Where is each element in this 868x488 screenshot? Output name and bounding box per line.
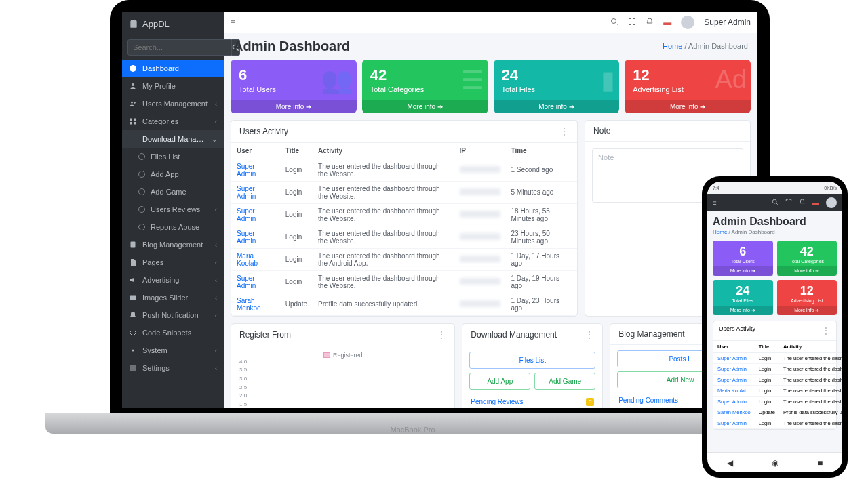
back-button[interactable]: ◀: [727, 458, 733, 468]
more-info-link[interactable]: More info ➔: [625, 100, 751, 113]
home-button[interactable]: ◉: [772, 458, 778, 468]
search-icon[interactable]: [772, 199, 778, 207]
sidebar-item-code[interactable]: Code Snippets: [122, 324, 224, 342]
user-link[interactable]: Super Admin: [717, 355, 747, 361]
grid-icon: [129, 117, 137, 125]
laptop-screen: AppDL Dashboard My Profile Users Managem…: [110, 0, 770, 420]
sidebar-subitem-addapp[interactable]: Add App: [122, 165, 224, 183]
avatar[interactable]: [681, 16, 694, 29]
user-link[interactable]: Super Admin: [237, 274, 256, 289]
card-total-users[interactable]: 6 Total Users 👥 More info ➔: [231, 60, 357, 113]
user-link[interactable]: Super Admin: [237, 230, 256, 245]
code-icon: [129, 329, 137, 337]
search-input[interactable]: [127, 39, 232, 56]
user-link[interactable]: Super Admin: [717, 399, 747, 405]
user-link[interactable]: Super Admin: [237, 207, 256, 222]
panel-title: Users Activity: [239, 127, 288, 136]
sidebar-item-settings[interactable]: Settings‹: [122, 359, 224, 377]
menu-toggle-button[interactable]: ≡: [713, 199, 717, 207]
user-link[interactable]: Super Admin: [237, 185, 256, 200]
table-row: Maria KoolabLoginThe user entered the da…: [713, 386, 842, 396]
user-link[interactable]: Maria Koolab: [237, 252, 258, 267]
sidebar-item-users[interactable]: Users Management‹: [122, 95, 224, 113]
menu-toggle-button[interactable]: ≡: [231, 18, 235, 27]
card-total-categories[interactable]: 42 Total Categories ☰ More info ➔: [362, 60, 488, 113]
more-info-link[interactable]: More info ➔: [777, 306, 837, 315]
sidebar-search: [127, 39, 218, 56]
panel-menu-icon[interactable]: ⋮: [821, 325, 831, 336]
breadcrumb: Home / Admin Dashboard: [713, 229, 837, 235]
more-info-link[interactable]: More info ➔: [777, 266, 837, 276]
table-row: Super AdminLoginThe user entered the das…: [231, 270, 577, 293]
svg-rect-5: [130, 119, 133, 121]
table-row: Super AdminLoginThe user entered the das…: [713, 375, 842, 386]
phone-nav-bar: ◀ ◉ ■: [707, 452, 842, 472]
fullscreen-icon[interactable]: [785, 199, 792, 207]
pending-comments-link[interactable]: Pending Comments: [618, 396, 678, 404]
recent-button[interactable]: ■: [818, 458, 823, 468]
panel-menu-icon[interactable]: ⋮: [437, 329, 446, 340]
breadcrumb-home[interactable]: Home: [663, 42, 682, 50]
download-icon: [129, 135, 137, 143]
panel-menu-icon[interactable]: ⋮: [559, 126, 569, 137]
sidebar-item-download[interactable]: Download Management⌄: [122, 130, 224, 148]
card-advertising[interactable]: 12 Advertising List Ad More info ➔: [625, 60, 751, 113]
user-link[interactable]: Super Admin: [717, 377, 747, 383]
more-info-link[interactable]: More info ➔: [494, 100, 620, 113]
sidebar-item-push[interactable]: Push Notification‹: [122, 306, 224, 324]
language-icon[interactable]: ▬: [663, 18, 671, 27]
pending-reviews-link[interactable]: Pending Reviews: [471, 398, 523, 406]
sidebar-item-categories[interactable]: Categories‹: [122, 113, 224, 130]
panel-menu-icon[interactable]: ⋮: [585, 329, 594, 340]
sidebar-item-advertising[interactable]: Advertising‹: [122, 271, 224, 289]
user-link[interactable]: Maria Koolab: [717, 388, 747, 394]
card-total-files[interactable]: 24 Total Files ▮ More info ➔: [494, 60, 620, 113]
more-info-link[interactable]: More info ➔: [713, 306, 773, 315]
breadcrumb-current: Admin Dashboard: [688, 42, 748, 50]
user-link[interactable]: Sarah Menkoo: [237, 297, 261, 312]
sidebar-item-system[interactable]: System‹: [122, 342, 224, 359]
svg-point-4: [134, 102, 136, 104]
more-info-link[interactable]: More info ➔: [231, 100, 357, 113]
user-name[interactable]: Super Admin: [704, 18, 751, 27]
bell-icon[interactable]: [646, 18, 654, 27]
chart-legend: Registered: [239, 352, 446, 359]
activity-table: User Title Activity IP Time Super AdminL…: [231, 143, 577, 316]
more-info-link[interactable]: More info ➔: [362, 100, 488, 113]
chevron-left-icon: ‹: [215, 277, 217, 284]
sidebar-item-dashboard[interactable]: Dashboard: [122, 60, 224, 77]
card-total-users[interactable]: 6Total UsersMore info ➔: [713, 241, 773, 276]
users-icon: 👥: [321, 65, 353, 95]
phone-topbar: ≡ ▬: [707, 194, 842, 211]
brand[interactable]: AppDL: [122, 12, 224, 35]
avatar[interactable]: [826, 197, 837, 208]
sidebar-subitem-abuse[interactable]: Reports Abuse: [122, 218, 224, 236]
user-link[interactable]: Super Admin: [717, 366, 747, 372]
fullscreen-icon[interactable]: [628, 18, 636, 27]
sidebar-item-pages[interactable]: Pages‹: [122, 253, 224, 271]
sidebar-subitem-files[interactable]: Files List: [122, 148, 224, 165]
more-info-link[interactable]: More info ➔: [713, 266, 773, 276]
card-advertising[interactable]: 12Advertising ListMore info ➔: [777, 280, 837, 315]
sidebar-item-profile[interactable]: My Profile: [122, 77, 224, 95]
card-total-files[interactable]: 24Total FilesMore info ➔: [713, 280, 773, 315]
sidebar-item-blog[interactable]: Blog Management‹: [122, 236, 224, 253]
user-link[interactable]: Super Admin: [717, 420, 747, 426]
sidebar-item-slider[interactable]: Images Slider‹: [122, 289, 224, 306]
phone-frame: 7:40KB/s ≡ ▬ Admin Dashboard Home / Admi…: [702, 176, 848, 478]
add-game-button[interactable]: Add Game: [534, 373, 595, 390]
language-icon[interactable]: ▬: [812, 199, 819, 207]
chevron-left-icon: ‹: [215, 294, 217, 302]
bell-icon[interactable]: [799, 199, 806, 207]
files-list-button[interactable]: Files List: [469, 352, 595, 369]
table-row: Super AdminLoginThe user entered the das…: [713, 396, 842, 407]
sidebar-subitem-reviews[interactable]: Users Reviews‹: [122, 201, 224, 218]
user-link[interactable]: Super Admin: [237, 163, 256, 178]
user-link[interactable]: Sarah Menkoo: [717, 409, 751, 415]
sidebar-subitem-addgame[interactable]: Add Game: [122, 183, 224, 201]
add-app-button[interactable]: Add App: [469, 373, 530, 390]
table-row: Super AdminLoginThe user entered the das…: [231, 226, 577, 248]
search-icon[interactable]: [610, 18, 618, 27]
card-total-categories[interactable]: 42Total CategoriesMore info ➔: [777, 241, 837, 276]
svg-rect-7: [130, 122, 133, 125]
